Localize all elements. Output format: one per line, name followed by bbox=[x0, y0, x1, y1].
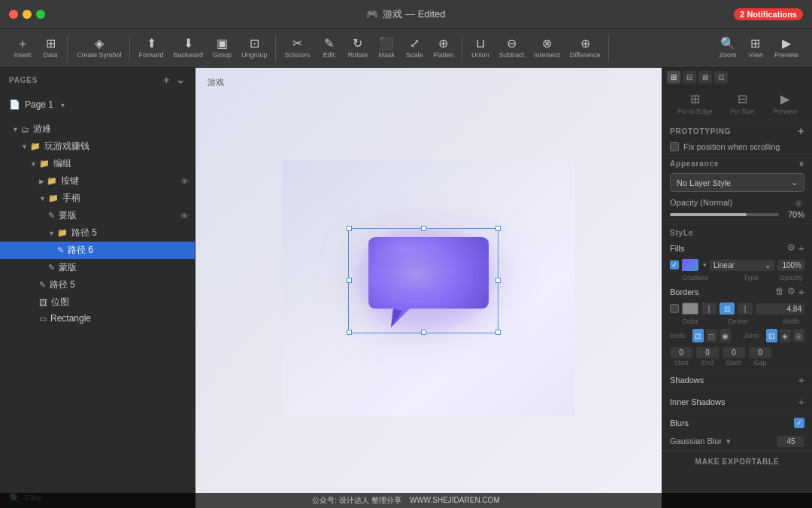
intersect-button[interactable]: ⊗ Intersect bbox=[529, 35, 565, 62]
shadows-add-btn[interactable]: + bbox=[798, 374, 804, 386]
end-btn-2[interactable]: ◻ bbox=[706, 329, 717, 342]
layer-item[interactable]: ▼ 🗂 游难 bbox=[0, 120, 195, 138]
preview-btn[interactable]: ▶ Preview bbox=[773, 92, 797, 115]
border-color-swatch[interactable] bbox=[682, 303, 698, 315]
layer-item[interactable]: ▼ 📁 手柄 bbox=[0, 190, 195, 207]
fill-type-dropdown[interactable]: Linear ⌄ bbox=[710, 260, 774, 271]
end-btn-1[interactable]: ⊡ bbox=[692, 329, 704, 342]
insert-button[interactable]: ＋ Insert bbox=[9, 35, 36, 62]
border-end-input[interactable]: 0 bbox=[696, 347, 719, 358]
difference-button[interactable]: ⊕ Difference bbox=[565, 35, 605, 62]
borders-settings-icon[interactable]: ⚙ bbox=[787, 286, 795, 298]
pages-menu-button[interactable]: ⌄ bbox=[176, 74, 186, 86]
border-enabled-checkbox[interactable] bbox=[670, 304, 679, 313]
group-layer-icon: 📁 bbox=[39, 159, 50, 169]
page-dropdown[interactable]: ▾ bbox=[61, 101, 65, 109]
subtract-button[interactable]: ⊖ Subtract bbox=[495, 35, 529, 62]
borders-add-btn[interactable]: + bbox=[798, 286, 804, 298]
artboard[interactable] bbox=[282, 160, 575, 416]
join-btn-1[interactable]: ⊡ bbox=[766, 329, 777, 342]
prototyping-add-btn[interactable]: + bbox=[798, 125, 804, 137]
flatten-button[interactable]: ⊕ Flatten bbox=[429, 35, 459, 62]
add-page-button[interactable]: + bbox=[163, 74, 170, 86]
view-button[interactable]: ⊞ View bbox=[742, 35, 769, 62]
inner-shadows-add-btn[interactable]: + bbox=[798, 396, 804, 408]
fix-position-checkbox[interactable] bbox=[670, 142, 679, 151]
layer-item[interactable]: ✎ 蒙版 bbox=[0, 259, 195, 276]
fills-add-btn[interactable]: + bbox=[798, 242, 804, 254]
blurs-enabled-checkbox[interactable]: ✓ bbox=[794, 418, 804, 428]
layer-item[interactable]: ▭ Rectangle bbox=[0, 311, 195, 326]
make-exportable-btn[interactable]: MAKE EXPORTABLE bbox=[662, 451, 812, 472]
notifications-badge[interactable]: 2 Notifications bbox=[734, 8, 803, 20]
zoom-button[interactable]: 🔍 Zoom bbox=[714, 35, 741, 62]
border-width-value[interactable]: 4.84 bbox=[756, 303, 804, 315]
border-gap-input[interactable]: 0 bbox=[749, 347, 771, 358]
edit-button[interactable]: ✎ Edit bbox=[316, 35, 343, 62]
fills-actions: ⚙ + bbox=[787, 242, 804, 254]
fill-enabled-checkbox[interactable]: ✓ bbox=[670, 260, 679, 269]
panel-tab-distribute[interactable]: ⊟ bbox=[683, 71, 696, 84]
preview-icon: ▶ bbox=[782, 38, 791, 50]
prototyping-label: PROTOTYPING + bbox=[662, 120, 812, 139]
layer-item[interactable]: ▼ 📁 玩游戏赚钱 bbox=[0, 138, 195, 155]
group-icon: ▣ bbox=[217, 38, 228, 50]
border-type-right-btn[interactable]: | bbox=[738, 303, 753, 315]
create-symbol-button[interactable]: ◈ Create Symbol bbox=[72, 35, 126, 62]
blur-expand-icon[interactable]: ▾ bbox=[726, 437, 731, 446]
path-layer-icon: ✎ bbox=[39, 280, 46, 290]
caret-icon: ▶ bbox=[39, 178, 44, 185]
appearance-collapse-btn[interactable]: ∨ bbox=[798, 160, 804, 168]
forward-button[interactable]: ⬆ Forward bbox=[135, 35, 168, 62]
pages-section: 📄 Page 1 ▾ bbox=[0, 93, 195, 117]
layer-item-selected[interactable]: ✎ 路径 6 bbox=[0, 242, 195, 259]
border-start-group: 0 Start bbox=[670, 347, 692, 367]
layer-item[interactable]: ✎ 路径 5 bbox=[0, 276, 195, 294]
layer-style-dropdown[interactable]: No Layer Style ⌄ bbox=[670, 173, 804, 192]
fill-color-arrow[interactable]: ▾ bbox=[703, 261, 707, 269]
border-type-left-btn[interactable]: | bbox=[701, 303, 717, 315]
fills-settings-icon[interactable]: ⚙ bbox=[787, 242, 795, 254]
join-btn-2[interactable]: ◈ bbox=[780, 329, 791, 342]
end-btn-3[interactable]: ◉ bbox=[720, 329, 731, 342]
fill-opacity-value[interactable]: 100% bbox=[777, 260, 804, 271]
backward-button[interactable]: ⬇ Backward bbox=[169, 35, 208, 62]
union-button[interactable]: ⊔ Union bbox=[467, 35, 494, 62]
layer-item[interactable]: ▶ 📁 按键 👁 bbox=[0, 172, 195, 190]
layer-item[interactable]: 🖼 位图 bbox=[0, 294, 195, 311]
eye-icon[interactable]: 👁 bbox=[180, 177, 189, 186]
mask-button[interactable]: ⬛ Mask bbox=[373, 35, 400, 62]
scale-button[interactable]: ⤢ Scale bbox=[401, 35, 428, 62]
border-dash-input[interactable]: 0 bbox=[723, 347, 745, 358]
maximize-button[interactable] bbox=[36, 10, 45, 19]
panel-tab-align2[interactable]: ⊠ bbox=[698, 71, 712, 84]
blur-value-input[interactable]: 45 bbox=[777, 436, 804, 447]
page-item[interactable]: 📄 Page 1 ▾ bbox=[9, 97, 186, 112]
insert-icon: ＋ bbox=[17, 38, 29, 50]
border-start-input[interactable]: 0 bbox=[670, 347, 692, 358]
ungroup-button[interactable]: ⊡ Ungroup bbox=[237, 35, 272, 62]
borders-delete-icon[interactable]: 🗑 bbox=[775, 286, 784, 298]
layer-item[interactable]: ▼ 📁 编组 bbox=[0, 155, 195, 172]
data-button[interactable]: ⊞ Data bbox=[37, 35, 64, 62]
group-button[interactable]: ▣ Group bbox=[208, 35, 236, 62]
join-btn-3[interactable]: ◎ bbox=[793, 329, 804, 342]
close-button[interactable] bbox=[9, 10, 18, 19]
eye-icon[interactable]: 👁 bbox=[180, 211, 189, 221]
layer-item[interactable]: ✎ 要版 👁 bbox=[0, 207, 195, 224]
opacity-slider[interactable] bbox=[670, 213, 779, 216]
pin-to-edge-btn[interactable]: ⊞ Pin to Edge bbox=[677, 92, 713, 115]
layer-item[interactable]: ▼ 📁 路径 5 bbox=[0, 224, 195, 242]
canvas-area[interactable]: 游戏 bbox=[195, 68, 662, 508]
scissors-button[interactable]: ✂ Scissors bbox=[280, 35, 315, 62]
fix-position-row: Fix position when scrolling bbox=[662, 139, 812, 154]
panel-tab-align3[interactable]: ⊡ bbox=[714, 71, 728, 84]
fill-color-preview[interactable] bbox=[682, 259, 698, 271]
preview-button[interactable]: ▶ Preview bbox=[770, 35, 803, 62]
border-type-center-btn[interactable]: ⊡ bbox=[720, 303, 735, 315]
minimize-button[interactable] bbox=[23, 10, 32, 19]
fills-header: Fills ⚙ + bbox=[662, 239, 812, 256]
rotate-button[interactable]: ↻ Rotate bbox=[344, 35, 373, 62]
fix-size-btn[interactable]: ⊟ Fix Size bbox=[731, 92, 755, 115]
panel-tab-align[interactable]: ⊞ bbox=[667, 71, 680, 84]
